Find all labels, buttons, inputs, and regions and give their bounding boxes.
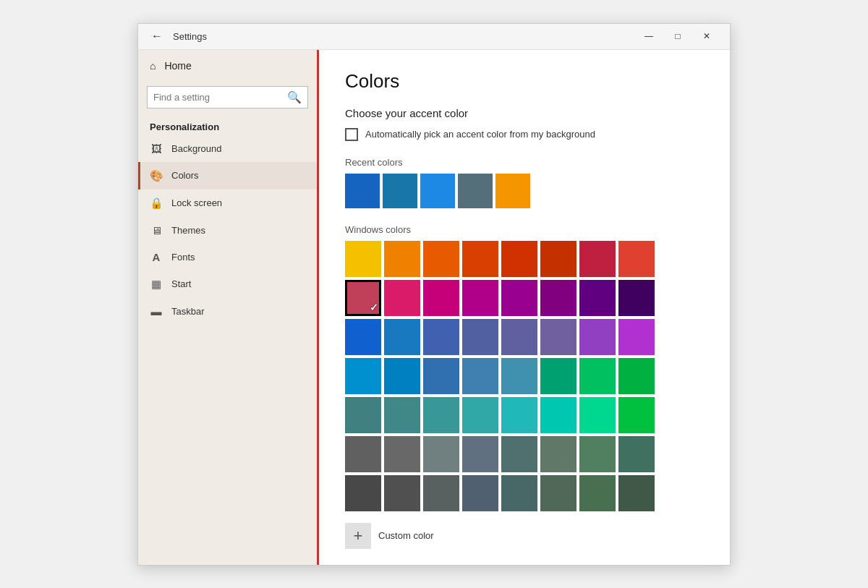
color-swatch-2-5[interactable] bbox=[540, 319, 576, 355]
color-swatch-5-2[interactable] bbox=[423, 436, 459, 472]
auto-pick-checkbox[interactable] bbox=[345, 128, 358, 141]
color-swatch-5-4[interactable] bbox=[501, 436, 537, 472]
color-swatch-1-1[interactable] bbox=[384, 280, 420, 316]
color-swatch-4-5[interactable] bbox=[540, 397, 576, 433]
color-swatch-3-5[interactable] bbox=[540, 358, 576, 394]
search-input[interactable] bbox=[153, 92, 283, 103]
close-button[interactable]: ✕ bbox=[692, 23, 721, 49]
color-swatch-3-0[interactable] bbox=[345, 358, 381, 394]
color-swatch-4-4[interactable] bbox=[501, 397, 537, 433]
color-swatch-2-7[interactable] bbox=[618, 319, 655, 355]
color-swatch-3-3[interactable] bbox=[462, 358, 498, 394]
colors-icon: 🎨 bbox=[150, 169, 163, 182]
sidebar-item-start[interactable]: ▦ Start bbox=[138, 270, 317, 298]
titlebar-title: Settings bbox=[173, 31, 634, 42]
color-swatch-2-1[interactable] bbox=[384, 319, 420, 355]
sidebar-item-themes-label: Themes bbox=[171, 225, 205, 236]
recent-swatch-4[interactable] bbox=[495, 174, 530, 208]
start-icon: ▦ bbox=[150, 278, 163, 291]
color-swatch-6-7[interactable] bbox=[618, 475, 655, 511]
sidebar-item-lock-screen[interactable]: 🔒 Lock screen bbox=[138, 189, 317, 217]
color-swatch-2-3[interactable] bbox=[462, 319, 498, 355]
color-swatch-1-5[interactable] bbox=[540, 280, 576, 316]
color-swatch-2-0[interactable] bbox=[345, 319, 381, 355]
color-swatch-6-1[interactable] bbox=[384, 475, 420, 511]
color-swatch-5-5[interactable] bbox=[540, 436, 576, 472]
color-swatch-5-3[interactable] bbox=[462, 436, 498, 472]
minimize-button[interactable]: — bbox=[634, 23, 663, 49]
color-swatch-5-0[interactable] bbox=[345, 436, 381, 472]
settings-window: ← Settings — □ ✕ ⌂ Home 🔍 Personalizatio… bbox=[137, 23, 731, 566]
recent-swatch-1[interactable] bbox=[383, 174, 417, 208]
color-swatch-6-0[interactable] bbox=[345, 475, 381, 511]
color-swatch-0-7[interactable] bbox=[618, 241, 655, 277]
maximize-button[interactable]: □ bbox=[663, 23, 692, 49]
home-label: Home bbox=[164, 60, 191, 72]
sidebar-item-colors[interactable]: 🎨 Colors bbox=[138, 162, 317, 189]
search-box[interactable]: 🔍 bbox=[147, 86, 308, 108]
fonts-icon: A bbox=[150, 251, 163, 263]
taskbar-icon: ▬ bbox=[150, 305, 163, 318]
color-swatch-5-1[interactable] bbox=[384, 436, 420, 472]
color-swatch-1-6[interactable] bbox=[579, 280, 616, 316]
color-swatch-4-3[interactable] bbox=[462, 397, 498, 433]
sidebar-item-taskbar[interactable]: ▬ Taskbar bbox=[138, 298, 317, 325]
sidebar: ⌂ Home 🔍 Personalization 🖼 Background 🎨 … bbox=[138, 50, 319, 565]
color-swatch-3-7[interactable] bbox=[618, 358, 655, 394]
sidebar-item-start-label: Start bbox=[171, 278, 191, 289]
color-swatch-5-6[interactable] bbox=[579, 436, 616, 472]
sidebar-item-background[interactable]: 🖼 Background bbox=[138, 135, 317, 162]
color-swatch-4-1[interactable] bbox=[384, 397, 420, 433]
themes-icon: 🖥 bbox=[150, 224, 163, 237]
back-button[interactable]: ← bbox=[147, 26, 167, 46]
color-swatch-4-2[interactable] bbox=[423, 397, 459, 433]
color-swatch-4-7[interactable] bbox=[618, 397, 655, 433]
recent-swatch-2[interactable] bbox=[420, 174, 455, 208]
color-swatch-0-3[interactable] bbox=[462, 241, 498, 277]
color-swatch-4-6[interactable] bbox=[579, 397, 616, 433]
color-swatch-3-6[interactable] bbox=[579, 358, 616, 394]
color-swatch-0-4[interactable] bbox=[501, 241, 537, 277]
color-swatch-3-4[interactable] bbox=[501, 358, 537, 394]
section-label: Personalization bbox=[138, 116, 317, 135]
sidebar-item-background-label: Background bbox=[171, 143, 221, 154]
color-swatch-6-5[interactable] bbox=[540, 475, 576, 511]
recent-swatch-0[interactable] bbox=[345, 174, 380, 208]
color-swatch-2-4[interactable] bbox=[501, 319, 537, 355]
color-swatch-0-6[interactable] bbox=[579, 241, 616, 277]
color-swatch-6-4[interactable] bbox=[501, 475, 537, 511]
color-swatch-6-6[interactable] bbox=[579, 475, 616, 511]
color-swatch-5-7[interactable] bbox=[618, 436, 655, 472]
sidebar-item-home[interactable]: ⌂ Home bbox=[138, 50, 317, 82]
color-swatch-1-4[interactable] bbox=[501, 280, 537, 316]
custom-color-button[interactable]: + bbox=[345, 523, 371, 549]
color-swatch-1-7[interactable] bbox=[618, 280, 655, 316]
page-title: Colors bbox=[345, 70, 704, 93]
recent-colors-label: Recent colors bbox=[345, 157, 704, 168]
color-swatch-0-5[interactable] bbox=[540, 241, 576, 277]
color-swatch-0-0[interactable] bbox=[345, 241, 381, 277]
window-controls: — □ ✕ bbox=[634, 23, 721, 49]
color-swatch-2-2[interactable] bbox=[423, 319, 459, 355]
color-swatch-3-1[interactable] bbox=[384, 358, 420, 394]
sidebar-item-fonts[interactable]: A Fonts bbox=[138, 244, 317, 270]
lock-icon: 🔒 bbox=[150, 197, 163, 210]
color-swatch-6-3[interactable] bbox=[462, 475, 498, 511]
sidebar-item-fonts-label: Fonts bbox=[171, 252, 195, 263]
color-swatch-1-3[interactable] bbox=[462, 280, 498, 316]
custom-color-row[interactable]: + Custom color bbox=[345, 523, 704, 549]
color-swatch-2-6[interactable] bbox=[579, 319, 616, 355]
color-swatch-3-2[interactable] bbox=[423, 358, 459, 394]
home-icon: ⌂ bbox=[150, 60, 156, 72]
sidebar-item-themes[interactable]: 🖥 Themes bbox=[138, 217, 317, 244]
recent-swatch-3[interactable] bbox=[458, 174, 493, 208]
color-swatch-1-0[interactable]: ✓ bbox=[345, 280, 381, 316]
sidebar-item-lock-label: Lock screen bbox=[171, 197, 222, 208]
color-swatch-4-0[interactable] bbox=[345, 397, 381, 433]
custom-color-label: Custom color bbox=[378, 530, 434, 541]
auto-pick-label: Automatically pick an accent color from … bbox=[365, 129, 595, 140]
color-swatch-0-1[interactable] bbox=[384, 241, 420, 277]
color-swatch-1-2[interactable] bbox=[423, 280, 459, 316]
color-swatch-6-2[interactable] bbox=[423, 475, 459, 511]
color-swatch-0-2[interactable] bbox=[423, 241, 459, 277]
